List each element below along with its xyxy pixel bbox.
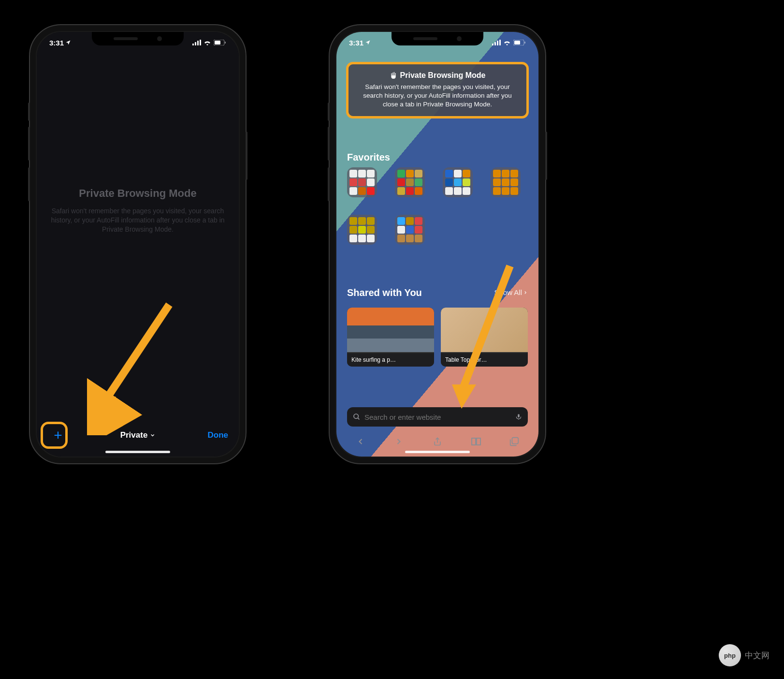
volume-down-button	[28, 167, 30, 201]
svg-rect-16	[514, 41, 520, 44]
favorite-mini-icon	[510, 187, 518, 195]
shared-item-caption: Kite surfing a p…	[347, 353, 434, 367]
favorite-mini-icon	[367, 226, 375, 234]
done-button[interactable]: Done	[208, 430, 229, 440]
favorite-mini-icon	[445, 187, 453, 195]
favorites-header: Favorites	[347, 152, 390, 163]
svg-rect-5	[225, 42, 226, 44]
status-time: 3:31	[49, 39, 64, 47]
battery-icon	[513, 40, 526, 45]
back-button[interactable]	[355, 436, 366, 447]
forward-button[interactable]	[393, 436, 405, 447]
favorite-mini-icon	[463, 187, 470, 195]
favorite-mini-icon	[510, 178, 518, 186]
private-browsing-card: Private Browsing Mode Safari won't remem…	[346, 62, 529, 118]
favorite-mini-icon	[349, 178, 357, 186]
battery-icon	[214, 40, 226, 45]
favorite-mini-icon	[445, 170, 453, 177]
favorite-mini-icon	[502, 170, 509, 177]
favorite-folder[interactable]	[395, 215, 425, 245]
favorite-mini-icon	[493, 170, 501, 177]
volume-up-button	[328, 127, 330, 161]
power-button	[246, 132, 247, 180]
favorite-mini-icon	[406, 226, 414, 234]
mute-switch	[28, 103, 30, 121]
favorite-mini-icon	[415, 187, 422, 195]
cellular-icon	[192, 40, 201, 45]
favorite-mini-icon	[397, 217, 405, 225]
svg-rect-3	[200, 40, 201, 45]
favorite-mini-icon	[367, 187, 375, 195]
tabs-button[interactable]	[508, 436, 520, 447]
favorite-mini-icon	[406, 235, 414, 242]
wifi-icon	[503, 40, 511, 45]
search-icon	[353, 413, 361, 421]
favorite-mini-icon	[454, 170, 462, 177]
notch	[92, 32, 184, 45]
highlight-new-tab	[41, 422, 68, 449]
favorite-mini-icon	[415, 235, 422, 242]
speaker	[413, 37, 437, 40]
favorite-mini-icon	[502, 178, 509, 186]
home-indicator[interactable]	[105, 451, 170, 453]
shared-item[interactable]: Kite surfing a p…	[347, 308, 434, 367]
favorite-mini-icon	[463, 170, 470, 177]
favorite-mini-icon	[397, 226, 405, 234]
favorite-mini-icon	[397, 235, 405, 242]
watermark-logo: php	[719, 644, 741, 666]
share-button[interactable]	[432, 436, 443, 447]
favorite-mini-icon	[367, 235, 375, 242]
favorite-folder[interactable]	[395, 167, 425, 197]
watermark-text: 中文网	[745, 650, 769, 661]
favorite-mini-icon	[349, 226, 357, 234]
favorite-mini-icon	[358, 235, 366, 242]
svg-line-8	[102, 305, 169, 406]
favorite-folder[interactable]	[491, 167, 521, 197]
favorite-mini-icon	[358, 187, 366, 195]
favorite-mini-icon	[510, 170, 518, 177]
favorite-mini-icon	[358, 226, 366, 234]
location-icon	[365, 40, 371, 45]
power-button	[545, 132, 547, 180]
home-indicator[interactable]	[405, 451, 470, 453]
favorite-folder[interactable]	[347, 167, 377, 197]
favorite-mini-icon	[406, 187, 414, 195]
favorite-mini-icon	[349, 187, 357, 195]
hand-icon	[390, 72, 397, 79]
svg-rect-13	[499, 40, 501, 45]
cellular-icon	[492, 40, 501, 45]
favorite-mini-icon	[406, 170, 414, 177]
front-camera	[457, 36, 462, 41]
favorite-mini-icon	[397, 187, 405, 195]
svg-rect-12	[497, 41, 498, 45]
favorite-mini-icon	[502, 187, 509, 195]
favorite-mini-icon	[349, 170, 357, 177]
mute-switch	[328, 103, 330, 121]
favorite-mini-icon	[397, 170, 405, 177]
front-camera	[157, 36, 162, 41]
favorite-folder[interactable]	[347, 215, 377, 245]
private-card-title-text: Private Browsing Mode	[400, 71, 486, 80]
favorite-mini-icon	[415, 217, 422, 225]
favorite-mini-icon	[406, 217, 414, 225]
private-card-description: Safari won't remember the pages you visi…	[355, 83, 520, 109]
favorite-mini-icon	[358, 217, 366, 225]
shared-item-thumbnail	[347, 308, 434, 352]
location-icon	[65, 40, 71, 45]
favorite-mini-icon	[493, 178, 501, 186]
favorite-mini-icon	[367, 170, 375, 177]
favorite-mini-icon	[358, 178, 366, 186]
bookmarks-button[interactable]	[470, 436, 482, 447]
watermark: php 中文网	[719, 644, 769, 666]
favorite-mini-icon	[493, 187, 501, 195]
favorite-mini-icon	[367, 178, 375, 186]
favorite-mini-icon	[349, 235, 357, 242]
favorite-folder[interactable]	[443, 167, 473, 197]
svg-rect-6	[215, 41, 220, 44]
favorite-mini-icon	[397, 178, 405, 186]
private-mode-description: Safari won't remember the pages you visi…	[47, 206, 229, 234]
favorite-mini-icon	[445, 178, 453, 186]
svg-marker-21	[452, 384, 476, 409]
svg-rect-10	[492, 44, 494, 45]
favorite-mini-icon	[415, 226, 422, 234]
